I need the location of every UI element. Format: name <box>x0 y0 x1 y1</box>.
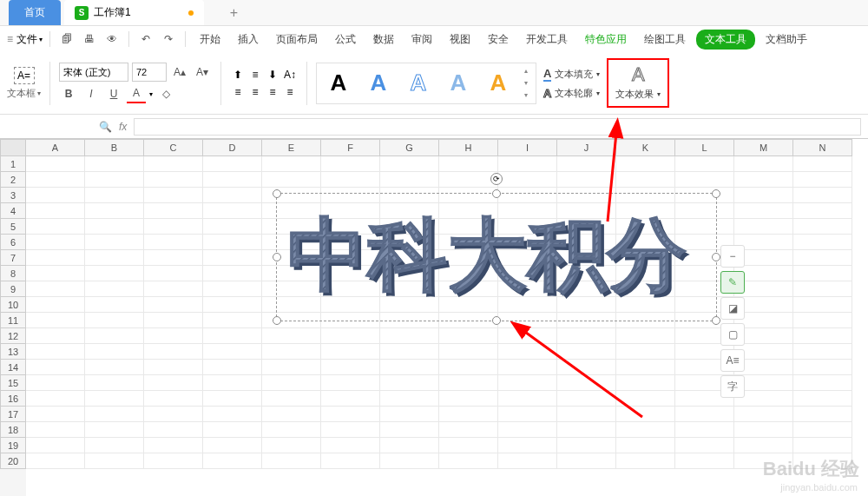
cell[interactable] <box>439 328 498 344</box>
clear-format-button[interactable]: ◇ <box>156 84 175 103</box>
cell[interactable] <box>85 375 144 391</box>
cell[interactable] <box>734 156 793 172</box>
cell[interactable] <box>498 453 557 469</box>
cell[interactable] <box>262 391 321 407</box>
row-header[interactable]: 6 <box>0 235 26 250</box>
cell[interactable] <box>557 407 616 422</box>
cell[interactable] <box>498 407 557 422</box>
col-header[interactable]: E <box>262 139 321 156</box>
cell[interactable] <box>85 328 144 344</box>
cell[interactable] <box>439 407 498 422</box>
cell[interactable] <box>262 422 321 438</box>
cell[interactable] <box>144 281 203 297</box>
cell[interactable] <box>262 407 321 422</box>
cell[interactable] <box>793 172 852 188</box>
row-header[interactable]: 1 <box>0 156 26 172</box>
menu-dev-tools[interactable]: 开发工具 <box>519 29 575 50</box>
wordart-style-3[interactable]: A <box>400 67 437 100</box>
cell[interactable] <box>793 235 852 250</box>
cell[interactable] <box>380 453 439 469</box>
cell[interactable] <box>321 422 380 438</box>
cell[interactable] <box>321 344 380 360</box>
cell[interactable] <box>26 375 85 391</box>
print-icon[interactable]: 🖶 <box>80 30 99 49</box>
cell[interactable] <box>26 297 85 313</box>
cell[interactable] <box>439 453 498 469</box>
cell[interactable] <box>203 250 262 266</box>
textbox-dropdown[interactable]: 文本框▾ <box>7 87 41 100</box>
cell[interactable] <box>616 344 675 360</box>
resize-handle[interactable] <box>273 189 281 198</box>
float-outline-button[interactable]: ▢ <box>720 323 745 346</box>
wordart-style-5[interactable]: A <box>480 67 516 100</box>
cell[interactable] <box>144 407 203 422</box>
cell[interactable] <box>321 328 380 344</box>
cell[interactable] <box>793 313 852 328</box>
cell[interactable] <box>321 438 380 453</box>
row-header[interactable]: 18 <box>0 422 26 438</box>
menu-special[interactable]: 特色应用 <box>578 29 634 50</box>
cell[interactable] <box>144 203 203 219</box>
cell[interactable] <box>557 438 616 453</box>
align-justify-icon[interactable]: ≡ <box>282 84 298 100</box>
cell[interactable] <box>616 328 675 344</box>
underline-button[interactable]: U <box>104 84 123 103</box>
cell[interactable] <box>144 328 203 344</box>
cell[interactable] <box>557 344 616 360</box>
cell[interactable] <box>26 407 85 422</box>
cell[interactable] <box>85 422 144 438</box>
cell[interactable] <box>380 344 439 360</box>
cell[interactable] <box>203 313 262 328</box>
font-color-button[interactable]: A <box>127 84 146 103</box>
cell[interactable] <box>793 266 852 281</box>
col-header[interactable]: F <box>321 139 380 156</box>
cell[interactable] <box>144 453 203 469</box>
cell[interactable] <box>26 422 85 438</box>
cell[interactable] <box>321 375 380 391</box>
row-header[interactable]: 13 <box>0 344 26 360</box>
preview-icon[interactable]: 👁 <box>102 30 122 49</box>
cell[interactable] <box>498 438 557 453</box>
cell[interactable] <box>498 328 557 344</box>
cell[interactable] <box>203 453 262 469</box>
align-center-icon[interactable]: ≡ <box>247 84 263 100</box>
float-pen-button[interactable]: ✎ <box>720 271 745 294</box>
wordart-gallery-dropdown[interactable]: ▴▾▾ <box>520 65 532 102</box>
dropdown-icon[interactable]: ▾ <box>149 90 153 98</box>
cell[interactable] <box>734 203 793 219</box>
cell[interactable] <box>498 422 557 438</box>
cell[interactable] <box>144 297 203 313</box>
cell[interactable] <box>85 156 144 172</box>
cell[interactable] <box>203 375 262 391</box>
col-header[interactable]: C <box>144 139 203 156</box>
cell[interactable] <box>85 297 144 313</box>
wordart-style-1[interactable]: A <box>320 67 357 100</box>
cell[interactable] <box>26 156 85 172</box>
cell[interactable] <box>26 203 85 219</box>
cell[interactable] <box>793 156 852 172</box>
cell[interactable] <box>85 407 144 422</box>
cell[interactable] <box>85 235 144 250</box>
align-right-icon[interactable]: ≡ <box>265 84 280 100</box>
col-header[interactable]: I <box>498 139 557 156</box>
cell[interactable] <box>793 219 852 235</box>
cell[interactable] <box>793 360 852 375</box>
cell[interactable] <box>380 422 439 438</box>
col-header[interactable]: A <box>26 139 85 156</box>
cell[interactable] <box>380 360 439 375</box>
cell[interactable] <box>380 156 439 172</box>
textbox-icon[interactable]: A= <box>14 67 35 84</box>
cell[interactable] <box>734 422 793 438</box>
cell[interactable] <box>203 266 262 281</box>
wordart-textbox[interactable]: ⟳ 中科大积分 中科大积分 <box>276 193 717 321</box>
cell[interactable] <box>26 235 85 250</box>
select-all-corner[interactable] <box>0 139 26 156</box>
cell[interactable] <box>144 172 203 188</box>
font-name-select[interactable] <box>59 63 128 82</box>
row-header[interactable]: 8 <box>0 266 26 281</box>
cell[interactable] <box>734 219 793 235</box>
row-header[interactable]: 10 <box>0 297 26 313</box>
menu-review[interactable]: 审阅 <box>404 29 439 50</box>
cell[interactable] <box>557 453 616 469</box>
cell[interactable] <box>203 219 262 235</box>
